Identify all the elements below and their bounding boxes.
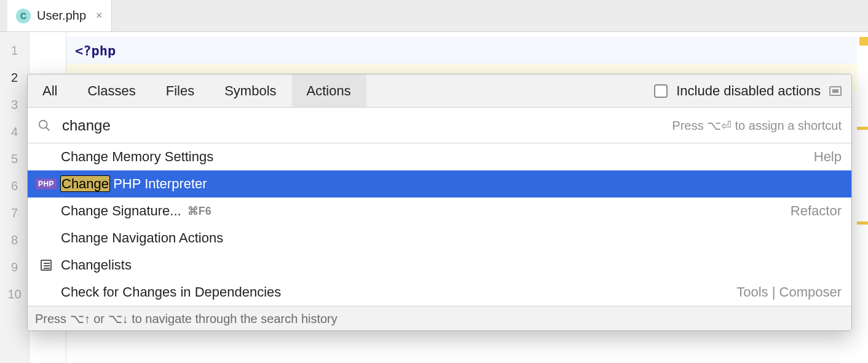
result-label: Change Memory Settings [61, 149, 213, 165]
line-number: 10 [0, 281, 29, 308]
result-item[interactable]: Changelists [28, 252, 851, 279]
include-disabled-label: Include disabled actions [676, 83, 821, 99]
line-number: 4 [0, 118, 29, 145]
tab-classes[interactable]: Classes [73, 74, 151, 107]
line-number: 3 [0, 91, 29, 118]
editor-tabbar: C User.php × [0, 0, 868, 32]
search-footer-hint: Press ⌥↑ or ⌥↓ to navigate through the s… [28, 306, 851, 330]
line-number: 9 [0, 253, 29, 281]
result-category: Tools | Composer [736, 284, 842, 300]
result-category: Refactor [791, 203, 842, 219]
tab-actions[interactable]: Actions [292, 74, 366, 107]
result-label: Changelists [61, 257, 132, 273]
search-icon [37, 119, 51, 132]
line-gutter: 1 2 3 4 5 6 7 8 9 10 [0, 32, 30, 363]
line-number: 1 [0, 37, 29, 64]
line-number: 7 [0, 199, 29, 226]
changelist-icon [41, 260, 52, 271]
file-type-icon: C [16, 9, 31, 23]
result-item[interactable]: Change Memory Settings Help [28, 143, 851, 170]
line-number: 5 [0, 145, 29, 172]
search-options: Include disabled actions [654, 74, 851, 107]
shortcut-badge: ⌘F6 [187, 204, 211, 218]
result-item-selected[interactable]: PHP Change PHP Interpreter [28, 170, 851, 197]
result-label: Check for Changes in Dependencies [61, 284, 281, 300]
warning-tick-icon [857, 127, 868, 130]
result-item[interactable]: Change Signature... ⌘F6 Refactor [28, 197, 851, 225]
tab-symbols[interactable]: Symbols [210, 74, 291, 107]
code-line: <?php [66, 37, 857, 64]
warning-indicator-icon [859, 37, 868, 46]
line-number: 2 [0, 64, 29, 91]
svg-point-0 [39, 120, 47, 128]
include-disabled-checkbox[interactable] [654, 84, 668, 98]
marker-bar[interactable] [857, 32, 868, 363]
pin-icon[interactable] [829, 86, 842, 96]
line-number: 8 [0, 226, 29, 253]
search-everywhere-popup: All Classes Files Symbols Actions Includ… [27, 74, 852, 331]
tab-files[interactable]: Files [151, 74, 210, 107]
warning-tick-icon [857, 221, 868, 225]
svg-line-1 [46, 127, 50, 130]
editor-tab[interactable]: C User.php × [7, 0, 112, 31]
results-list: Change Memory Settings Help PHP Change P… [28, 143, 851, 306]
tab-filename: User.php [37, 9, 86, 23]
search-tabs: All Classes Files Symbols Actions Includ… [28, 74, 851, 108]
result-label: Change Navigation Actions [61, 230, 223, 246]
result-category: Help [814, 149, 842, 165]
tab-all[interactable]: All [28, 74, 73, 107]
result-item[interactable]: Check for Changes in Dependencies Tools … [28, 279, 851, 306]
result-label: Change PHP Interpreter [61, 176, 207, 192]
close-icon[interactable]: × [96, 9, 103, 22]
result-label: Change Signature... [61, 203, 181, 219]
shortcut-hint: Press ⌥⏎ to assign a shortcut [672, 118, 842, 133]
result-item[interactable]: Change Navigation Actions [28, 225, 851, 252]
line-number: 6 [0, 172, 29, 199]
php-icon: PHP [36, 178, 57, 189]
search-input[interactable] [62, 117, 661, 134]
search-row: Press ⌥⏎ to assign a shortcut [28, 108, 851, 143]
